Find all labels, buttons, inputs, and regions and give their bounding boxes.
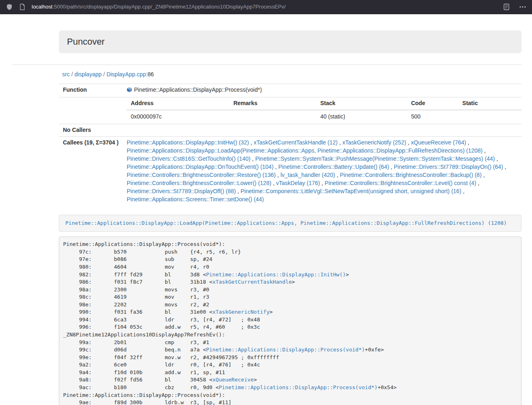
function-table: Function Pinetime::Applications::Display… (59, 84, 521, 206)
url-path: :5000/path/src/displayapp/DisplayApp.cpp… (52, 4, 286, 10)
stats-row-spacer (59, 97, 123, 124)
callee-separator: , (461, 188, 465, 194)
toolbar-right (503, 3, 526, 11)
callee-link[interactable]: Pinetime::Controllers::BrightnessControl… (325, 180, 476, 186)
breadcrumb-link-file[interactable]: DisplayApp.cpp: (106, 71, 147, 78)
callee-separator: , (406, 139, 411, 146)
symbol-panel-heading: Pinetime::Applications::DisplayApp::Load… (59, 215, 521, 231)
callee-separator: , (389, 164, 394, 170)
callee-separator: , (338, 139, 342, 146)
callees-list: Pinetime::Applications::DisplayApp::Init… (123, 136, 521, 205)
callee-link[interactable]: Pinetime::Drivers::Cst816S::GetTouchInfo… (127, 155, 250, 162)
callee-link[interactable]: Pinetime::Controllers::BrightnessControl… (340, 172, 481, 178)
callee-separator: , (466, 139, 470, 146)
callee-separator: , (236, 188, 241, 194)
callee-link[interactable]: Pinetime::Applications::Screens::Timer::… (127, 196, 264, 202)
no-callers-row: No Callers (59, 124, 521, 136)
symbol-panel-link[interactable]: Pinetime::Applications::DisplayApp::Load… (65, 220, 507, 226)
breadcrumb-link-displayapp[interactable]: displayapp (75, 71, 102, 78)
callee-separator: , (503, 164, 506, 170)
callee-link[interactable]: Pinetime::Drivers::St7789::DisplayOn() (… (394, 164, 503, 170)
breadcrumb-link-src[interactable]: src (62, 71, 70, 78)
function-row: Function Pinetime::Applications::Display… (59, 84, 521, 97)
callee-separator: , (476, 180, 480, 186)
disassembly-pre: Pinetime::Applications::DisplayApp::Proc… (59, 237, 521, 405)
browser-toolbar: localhost:5000/path/src/displayapp/Displ… (0, 0, 532, 14)
url-host: localhost (32, 4, 52, 10)
breadcrumb: src/displayapp/DisplayApp.cpp:86 (59, 70, 521, 80)
stats-header-stack: Stack (316, 97, 407, 110)
callee-separator: , (249, 139, 254, 146)
function-icon (127, 87, 132, 95)
callee-separator: , (250, 155, 255, 162)
url-bar[interactable]: localhost:5000/path/src/displayapp/Displ… (32, 3, 497, 11)
stats-header-row: Address Remarks Stack Code Static (127, 97, 521, 110)
shield-icon[interactable] (6, 3, 13, 11)
callee-link[interactable]: Pinetime::Applications::DisplayApp::OnTo… (127, 164, 274, 170)
stats-static-value (458, 110, 521, 124)
callee-link[interactable]: xTaskGenericNotify (252) (342, 139, 406, 146)
function-name: Pinetime::Applications::DisplayApp::Proc… (134, 86, 262, 93)
stats-header-code: Code (407, 97, 458, 110)
symbol-panel: Pinetime::Applications::DisplayApp::Load… (59, 215, 521, 232)
stats-cell: Address Remarks Stack Code Static 0x0000… (123, 97, 521, 124)
disassembly-symbol-link[interactable]: xTaskGenericNotify (212, 309, 269, 315)
callee-link[interactable]: Pinetime::Drivers::St7789::DisplayOff() … (127, 188, 236, 194)
stats-address-value: 0x0000097c (127, 110, 229, 124)
breadcrumb-separator: / (70, 71, 75, 78)
callee-link[interactable]: xTaskGetCurrentTaskHandle (12) (254, 139, 338, 146)
function-label: Function (59, 84, 123, 97)
no-callers-label: No Callers (59, 124, 123, 136)
stats-stack-value: 40 (static) (316, 110, 407, 124)
callee-separator: , (274, 164, 278, 170)
callee-separator: , (335, 172, 340, 178)
callee-link[interactable]: Pinetime::Controllers::BrightnessControl… (127, 180, 271, 186)
page: Puncover src/displayapp/DisplayApp.cpp:8… (0, 30, 532, 405)
stats-values-row: 0x0000097c 40 (static) 500 (127, 110, 521, 124)
callee-separator: , (482, 147, 486, 154)
page-title: Puncover (67, 37, 513, 47)
jumbotron: Puncover (59, 30, 521, 53)
overflow-menu-icon[interactable] (519, 3, 526, 11)
disassembly-symbol-link[interactable]: Pinetime::Applications::DisplayApp::Proc… (219, 384, 377, 390)
callee-separator: , (495, 155, 498, 162)
stats-table: Address Remarks Stack Code Static 0x0000… (127, 97, 521, 124)
reader-mode-icon[interactable] (503, 3, 510, 11)
callee-link[interactable]: Pinetime::Controllers::Battery::Update()… (278, 164, 389, 170)
callees-row: Callees (19, Σ=3704 ) Pinetime::Applicat… (59, 136, 521, 205)
page-info-icon[interactable] (19, 3, 26, 11)
callee-link[interactable]: Pinetime::System::SystemTask::PushMessag… (255, 155, 495, 162)
function-name-cell: Pinetime::Applications::DisplayApp::Proc… (123, 84, 521, 97)
stats-code-value: 500 (407, 110, 458, 124)
function-stats-row: Address Remarks Stack Code Static 0x0000… (59, 97, 521, 124)
callee-link[interactable]: vTaskDelay (176) (276, 180, 320, 186)
breadcrumb-separator: / (102, 71, 107, 78)
breadcrumb-line-number: 86 (148, 71, 154, 78)
disassembly-symbol-link[interactable]: Pinetime::Applications::DisplayApp::Init… (206, 271, 346, 278)
stats-header-static: Static (458, 97, 521, 110)
callee-link[interactable]: Pinetime::Applications::DisplayApp::Init… (127, 139, 249, 146)
callee-separator: , (482, 172, 485, 178)
stats-header-address: Address (127, 97, 229, 110)
callees-label: Callees (19, Σ=3704 ) (59, 136, 123, 205)
disassembly-symbol-link[interactable]: xTaskGetCurrentTaskHandle (212, 279, 292, 285)
callee-link[interactable]: Pinetime::Applications::DisplayApp::Load… (127, 147, 482, 154)
callee-link[interactable]: Pinetime::Controllers::BrightnessControl… (127, 172, 276, 178)
stats-remarks-value (229, 110, 316, 124)
callee-link[interactable]: lv_task_handler (420) (280, 172, 335, 178)
callee-separator: , (271, 180, 276, 186)
divider-line (12, 65, 521, 65)
callee-link[interactable]: Pinetime::Components::LittleVgl::SetNewT… (241, 188, 461, 194)
no-callers-cell (123, 124, 521, 136)
callee-link[interactable]: xQueueReceive (764) (411, 139, 466, 146)
disassembly-symbol-link[interactable]: Pinetime::Applications::DisplayApp::Proc… (206, 347, 365, 353)
callee-separator: , (276, 172, 280, 178)
callee-separator: , (320, 180, 325, 186)
disassembly-symbol-link[interactable]: xQueueReceive (212, 377, 254, 383)
stats-header-remarks: Remarks (229, 97, 316, 110)
